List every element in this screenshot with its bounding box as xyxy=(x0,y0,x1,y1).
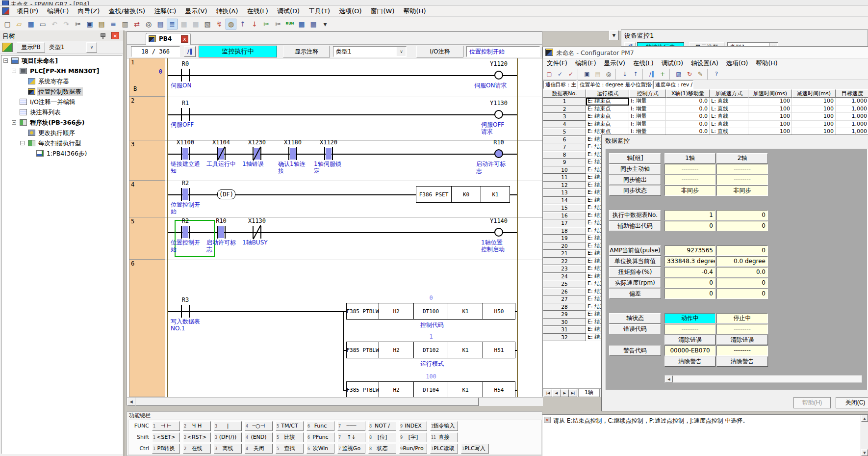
teaching-icon[interactable]: ✎ xyxy=(695,69,705,79)
table-cell[interactable]: 100 xyxy=(748,113,792,121)
row-number[interactable]: 17 xyxy=(543,219,586,227)
transfer-icon[interactable]: ↻ xyxy=(685,69,694,79)
table-cell[interactable]: 100 xyxy=(792,106,836,113)
instruction-box-pset[interactable]: F386 PSETK0K1 xyxy=(416,186,510,203)
funckey-func-5[interactable]: 5TM/CT xyxy=(276,421,304,431)
tree-item-system-register[interactable]: 系统寄存器 xyxy=(1,76,122,86)
comment-display-icon[interactable]: ≣ xyxy=(167,19,178,29)
comment-type-select[interactable]: 类型1∨ xyxy=(727,42,778,47)
coil-y1140[interactable] xyxy=(494,228,503,237)
tab-close-icon[interactable]: x xyxy=(181,35,188,43)
instruction-box-ptblw-2[interactable]: F385 PTBLWH2DT102K1H51 xyxy=(346,342,515,358)
expander-icon[interactable]: − xyxy=(12,69,16,73)
last-sheet-icon[interactable]: ▶| xyxy=(569,389,577,397)
row-number[interactable]: 32 xyxy=(543,334,586,342)
cut-icon[interactable]: ✂ xyxy=(73,19,83,29)
row-number[interactable]: 30 xyxy=(543,319,586,326)
find-icon[interactable]: ◎ xyxy=(604,69,613,79)
funckey-ctrl-1[interactable]: 1PB转换 xyxy=(152,444,180,454)
contact-r2[interactable] xyxy=(179,188,191,201)
horizontal-scrollbar[interactable]: ◀ xyxy=(127,397,543,406)
column-header[interactable]: 运行模式 xyxy=(586,89,629,98)
funckey-ctrl-3[interactable]: 3离线 xyxy=(214,444,242,454)
funckey-func-6[interactable]: 6Func xyxy=(306,421,334,431)
undo-icon[interactable]: ↶ xyxy=(49,19,60,29)
tree-item-block-comment-list[interactable]: 块注释列表 xyxy=(1,107,122,117)
menu-item-查找/替换S[interactable]: 查找/替换(S) xyxy=(104,6,150,17)
show-comment-button[interactable]: 显示注释 xyxy=(689,42,724,47)
table-cell[interactable]: 100 xyxy=(748,106,792,113)
contact-x1230[interactable] xyxy=(251,147,263,160)
row-number[interactable]: 1 xyxy=(543,98,586,106)
funckey-func-9[interactable]: 9INDEX xyxy=(399,421,427,431)
tree-item-position-control-table[interactable]: 位置控制数据表 xyxy=(1,86,122,97)
tree-item-program-block[interactable]: −程序块(PB-366步) xyxy=(1,117,122,128)
dialog-horizontal-scrollbar[interactable]: ◀ xyxy=(664,375,862,383)
row-number[interactable]: 4 xyxy=(543,121,586,129)
io-comment-edit-icon[interactable]: ▤ xyxy=(155,19,166,29)
row-number[interactable]: 15 xyxy=(543,204,586,212)
rung-header-4[interactable]: 410 xyxy=(129,181,165,217)
paste-icon[interactable]: ▤ xyxy=(96,19,107,29)
insert-line-icon[interactable]: ≡ xyxy=(108,19,119,29)
open-project-icon[interactable]: ▱ xyxy=(14,19,25,29)
funckey-shift-4[interactable]: 4(END) xyxy=(245,432,273,442)
column-header[interactable]: 控制方式 xyxy=(629,89,666,98)
rung-header-1[interactable]: 10B xyxy=(129,58,165,97)
clear-button[interactable]: 清除错误 xyxy=(664,335,715,345)
print-icon[interactable]: ▭ xyxy=(37,19,48,29)
forced-io-icon[interactable]: ↯ xyxy=(214,19,225,29)
funckey-func-8[interactable]: 8NOT / xyxy=(368,421,396,431)
table-row[interactable]: 3E: 结束点I: 增量0.0L: 直线1001001,000 xyxy=(543,113,868,121)
row-number[interactable]: 14 xyxy=(543,197,586,205)
row-number[interactable]: 9 xyxy=(543,159,586,166)
funckey-func-11[interactable]: 11指令输入 xyxy=(430,421,458,431)
clear-button[interactable]: 清除警告 xyxy=(716,356,768,367)
new-config-icon[interactable]: ▢ xyxy=(544,69,554,79)
row-number[interactable]: 29 xyxy=(543,311,586,319)
contact-r1[interactable] xyxy=(179,108,191,121)
funckey-shift-5[interactable]: 5比较 xyxy=(276,432,304,442)
column-header[interactable]: 加减速方式 xyxy=(710,89,748,98)
data-table-edit-icon[interactable]: ▨ xyxy=(674,69,684,79)
table-cell[interactable]: 100 xyxy=(792,98,836,106)
column-header[interactable]: X轴(1)移动量 xyxy=(666,89,710,98)
help-icon[interactable]: ? xyxy=(712,69,721,79)
row-number[interactable]: 10 xyxy=(543,166,586,174)
table-row[interactable]: 2E: 结束点I: 增量0.0L: 直线1001001,000 xyxy=(543,106,868,113)
menu-item-注释C[interactable]: 注释(C) xyxy=(150,6,180,17)
table-cell[interactable]: 0.0 xyxy=(666,106,710,113)
run-prog-mode-icon[interactable]: RUN xyxy=(284,19,295,29)
jog-operation-icon[interactable]: + xyxy=(658,69,667,79)
check-parameter-icon[interactable]: ✓ xyxy=(566,69,576,79)
tree-item-io-comment-edit[interactable]: I/O注释一并编辑 xyxy=(1,97,122,107)
app-menu-icon[interactable] xyxy=(2,7,9,15)
save-project-icon[interactable]: ▦ xyxy=(26,19,36,29)
funckey-ctrl-7[interactable]: 7监视Go xyxy=(337,444,365,454)
trigger-monitor-win-icon[interactable]: ▦ xyxy=(308,19,319,29)
coil-y1120[interactable] xyxy=(494,71,503,80)
table-cell[interactable]: 1,000 xyxy=(836,121,868,129)
menu-item-帮助H[interactable]: 帮助(H) xyxy=(752,58,781,69)
redo-icon[interactable]: ↷ xyxy=(61,19,72,29)
funckey-shift-2[interactable]: 2<RST> xyxy=(183,432,211,442)
row-number[interactable]: 28 xyxy=(543,303,586,311)
instruction-box-ptblw-1[interactable]: F385 PTBLWH2DT100K1H50 xyxy=(346,303,515,320)
monitor-toggle-icon[interactable]: ∕‖ xyxy=(647,69,657,79)
funckey-ctrl-5[interactable]: 5查找 xyxy=(276,444,304,454)
tree-type-dropdown[interactable]: ∨ xyxy=(86,42,97,53)
contact-r3[interactable] xyxy=(179,305,191,318)
funckey-shift-6[interactable]: 6PFunc xyxy=(306,432,334,442)
tree-item-scan-exec-type[interactable]: −每次扫描执行型 xyxy=(1,138,122,148)
funckey-func-1[interactable]: 1⊣ ⊢ xyxy=(152,421,180,431)
column-header[interactable]: 目标速度 xyxy=(836,89,868,98)
table-cell[interactable]: L: 直线 xyxy=(710,106,748,113)
message-scrollbar[interactable]: ▲ ▼ xyxy=(861,415,868,456)
funckey-func-4[interactable]: 4─○⊣ xyxy=(245,421,273,431)
table-cell[interactable]: E: 结束点 xyxy=(586,106,629,113)
row-number[interactable]: 6 xyxy=(543,136,586,144)
column-header[interactable]: 数据表No. xyxy=(543,89,586,98)
row-number[interactable]: 11 xyxy=(543,174,586,182)
chevron-down-icon[interactable]: ∨ xyxy=(397,47,406,56)
table-cell[interactable]: 0.0 xyxy=(666,98,710,106)
